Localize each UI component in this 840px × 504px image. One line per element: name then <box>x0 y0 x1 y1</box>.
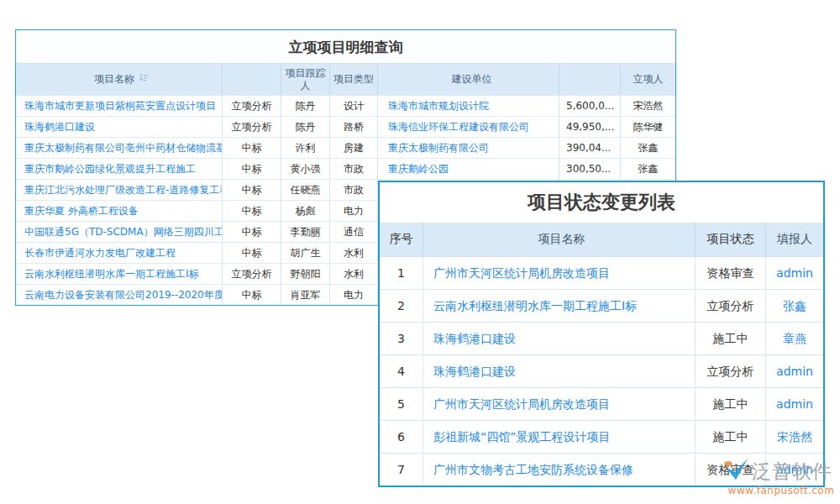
amount-cell: 49,950,... <box>559 117 621 137</box>
tracker-cell: 肖亚军 <box>281 285 330 305</box>
project-name-link[interactable]: 云南水利枢纽潜明水库一期工程施工I标 <box>423 290 696 322</box>
reporter-link[interactable]: admin <box>766 257 823 289</box>
creator-cell: 张鑫 <box>621 138 675 158</box>
seq-cell: 5 <box>380 388 423 420</box>
table-row: 珠海鹤港口建设 立项分析 陈丹 路桥 珠海信业环保工程建设有限公司 49,950… <box>16 116 675 137</box>
stage-cell: 中标 <box>223 201 281 221</box>
column-header-type: 项目类型 <box>330 64 378 95</box>
tracker-cell: 李勤丽 <box>281 222 330 242</box>
seq-cell: 7 <box>380 454 423 486</box>
sort-descending-icon[interactable] <box>139 73 149 86</box>
type-cell: 水利 <box>330 243 378 263</box>
type-cell: 设计 <box>330 96 378 116</box>
project-name-link[interactable]: 广州市天河区统计局机房改造项目 <box>423 257 696 289</box>
type-cell: 电力 <box>330 285 378 305</box>
watermark-brand: 泛普软件 <box>752 459 832 485</box>
panel1-title: 立项项目明细查询 <box>16 30 675 64</box>
column-header-tracker: 项目跟踪人 <box>281 64 330 95</box>
project-name-link[interactable]: 长春市伊通河水力发电厂改建工程 <box>16 243 223 263</box>
project-name-link[interactable]: 珠海市城市更新项目紫桐苑安置点设计项目 <box>16 96 223 116</box>
watermark-url: www.fanpusoft.com <box>722 485 840 496</box>
stage-cell: 中标 <box>223 180 281 200</box>
project-name-link[interactable]: 广州市天河区统计局机房改造项目 <box>423 388 696 420</box>
table-row: 2 云南水利枢纽潜明水库一期工程施工I标 立项分析 张鑫 <box>380 289 823 322</box>
table-row: 4 珠海鹤港口建设 立项分析 admin <box>380 354 823 387</box>
reporter-link[interactable]: 章燕 <box>766 323 823 354</box>
seq-cell: 4 <box>380 355 423 387</box>
unit-link[interactable]: 珠海市城市规划设计院 <box>378 96 559 116</box>
tracker-cell: 陈丹 <box>281 117 330 137</box>
project-name-link[interactable]: 云南水利枢纽潜明水库一期工程施工I标 <box>16 264 223 284</box>
project-name-link[interactable]: 彭祖新城“四馆”景观工程设计项目 <box>423 421 696 453</box>
status-cell: 施工中 <box>696 388 766 420</box>
project-name-link[interactable]: 重庆华夏 外高桥工程设备 <box>16 201 223 221</box>
status-cell: 立项分析 <box>696 290 766 322</box>
type-cell: 市政 <box>330 159 378 179</box>
table-row: 3 珠海鹤港口建设 施工中 章燕 <box>380 322 823 354</box>
tracker-cell: 许利 <box>281 138 330 158</box>
seq-cell: 2 <box>380 290 423 322</box>
tracker-cell: 野朝阳 <box>281 264 330 284</box>
type-cell: 路桥 <box>330 117 378 137</box>
project-name-link[interactable]: 重庆太极制药有限公司亳州中药材仓储物流基地 <box>16 138 223 158</box>
reporter-link[interactable]: 宋浩然 <box>766 421 823 453</box>
reporter-link[interactable]: 张鑫 <box>766 290 823 322</box>
project-status-change-panel: 项目状态变更列表 序号 项目名称 项目状态 填报人 1 广州市天河区统计局机房改… <box>378 181 825 487</box>
table-row: 珠海市城市更新项目紫桐苑安置点设计项目 立项分析 陈丹 设计 珠海市城市规划设计… <box>16 95 675 116</box>
amount-cell: 300,50... <box>559 159 621 179</box>
project-name-link[interactable]: 珠海鹤港口建设 <box>423 323 696 354</box>
panel1-table-header: 项目名称 项目跟踪人 项目类型 建设单位 立项人 <box>16 64 675 95</box>
project-name-link[interactable]: 珠海鹤港口建设 <box>16 117 223 137</box>
type-cell: 电力 <box>330 201 378 221</box>
project-name-link[interactable]: 云南电力设备安装有限公司2019--2020年度劳务 <box>16 285 223 305</box>
fanpu-logo-icon <box>722 457 749 486</box>
seq-cell: 1 <box>380 257 423 289</box>
unit-link[interactable]: 重庆鹅岭公园 <box>378 159 559 179</box>
status-cell: 施工中 <box>696 323 766 354</box>
status-cell: 施工中 <box>696 421 766 453</box>
column-header-name: 项目名称 <box>423 223 696 256</box>
stage-cell: 中标 <box>223 222 281 242</box>
column-header-status: 项目状态 <box>696 223 766 256</box>
creator-cell: 张鑫 <box>621 159 675 179</box>
tracker-cell: 胡广生 <box>281 243 330 263</box>
panel2-table-body: 1 广州市天河区统计局机房改造项目 资格审查 admin 2 云南水利枢纽潜明水… <box>380 256 823 486</box>
project-name-link[interactable]: 重庆市鹅岭公园绿化景观提升工程施工 <box>16 159 223 179</box>
tracker-cell: 陈丹 <box>281 96 330 116</box>
project-name-link[interactable]: 广州市文物考古工地安防系统设备保修 <box>423 454 696 486</box>
panel2-title: 项目状态变更列表 <box>380 182 823 223</box>
amount-cell: 390,04... <box>559 138 621 158</box>
creator-cell: 宋浩然 <box>621 96 675 116</box>
status-cell: 立项分析 <box>696 355 766 387</box>
unit-link[interactable]: 珠海信业环保工程建设有限公司 <box>378 117 559 137</box>
seq-cell: 3 <box>380 323 423 354</box>
reporter-link[interactable]: admin <box>766 355 823 387</box>
project-name-link[interactable]: 珠海鹤港口建设 <box>423 355 696 387</box>
project-name-link[interactable]: 中国联通5G（TD-SCDMA）网络三期四川工程 <box>16 222 223 242</box>
column-header-unit: 建设单位 <box>378 64 559 95</box>
stage-cell: 立项分析 <box>223 264 281 284</box>
project-name-link[interactable]: 重庆江北污水处理厂级改造工程-道路修复工程 <box>16 180 223 200</box>
unit-link[interactable]: 重庆太极制药有限公司 <box>378 138 559 158</box>
reporter-link[interactable]: admin <box>766 388 823 420</box>
type-cell: 市政 <box>330 180 378 200</box>
column-header-project-name[interactable]: 项目名称 <box>16 64 223 95</box>
stage-cell: 中标 <box>223 159 281 179</box>
stage-cell: 立项分析 <box>223 96 281 116</box>
table-row: 1 广州市天河区统计局机房改造项目 资格审查 admin <box>380 256 823 289</box>
type-cell: 水利 <box>330 264 378 284</box>
type-cell: 通信 <box>330 222 378 242</box>
tracker-cell: 杨彪 <box>281 201 330 221</box>
tracker-cell: 任晓燕 <box>281 180 330 200</box>
column-header-reporter: 填报人 <box>766 223 823 256</box>
amount-cell: 5,600,0... <box>559 96 621 116</box>
status-cell: 资格审查 <box>696 257 766 289</box>
stage-cell: 中标 <box>223 243 281 263</box>
seq-cell: 6 <box>380 421 423 453</box>
watermark: 泛普软件 www.fanpusoft.com <box>722 457 840 496</box>
creator-cell: 陈华健 <box>621 117 675 137</box>
column-header-creator: 立项人 <box>621 64 675 95</box>
column-header-stage <box>223 64 281 95</box>
column-header-seq: 序号 <box>380 223 423 256</box>
table-row: 5 广州市天河区统计局机房改造项目 施工中 admin <box>380 387 823 420</box>
